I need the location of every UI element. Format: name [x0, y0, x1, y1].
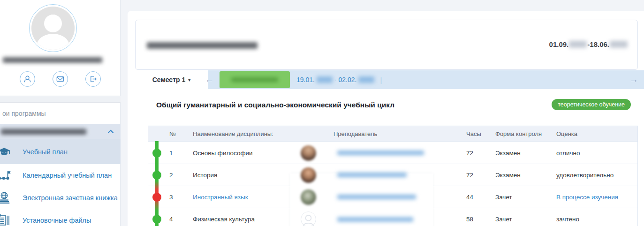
files-icon — [0, 213, 11, 226]
profile-name-redacted — [3, 57, 102, 63]
grade-value: отлично — [556, 150, 637, 157]
teacher-name-redacted[interactable] — [337, 195, 416, 199]
program-name-redacted — [1, 129, 86, 135]
status-dot-in-progress — [152, 193, 161, 202]
user-icon — [23, 75, 32, 83]
current-period-button[interactable] — [220, 71, 290, 88]
date-from-year-redacted — [569, 41, 587, 48]
gradebook-globe-icon — [0, 191, 11, 205]
semester-select-label: Семестр 1 — [152, 76, 186, 83]
col-header-grade: Оценка — [556, 130, 637, 137]
sidebar-item-label: Установочные файлы — [23, 217, 91, 224]
teacher-name-redacted[interactable] — [337, 173, 407, 177]
col-header-num: № — [165, 130, 188, 137]
teacher-avatar — [301, 189, 316, 205]
date-from-prefix: 01.09. — [549, 40, 569, 48]
date-to-prefix: -18.06. — [587, 40, 609, 48]
logout-button[interactable] — [85, 71, 101, 87]
teacher-avatar — [301, 167, 316, 183]
program-dates: 01.09. -18.06. — [549, 40, 628, 48]
sidebar-item-label: Календарный учебный план — [23, 172, 112, 179]
teacher-avatar — [301, 145, 316, 161]
disciplines-table: № Наименование дисциплины: Преподаватель… — [148, 126, 638, 226]
mail-icon — [56, 75, 65, 83]
discipline-name[interactable]: Иностранный язык — [188, 194, 301, 201]
row-num: 4 — [165, 216, 188, 223]
row-num: 1 — [165, 150, 188, 157]
sidebar-nav: Учебный план Календарный учебный план Эл… — [0, 139, 121, 226]
discipline-name[interactable]: История — [188, 172, 301, 179]
col-header-teacher: Преподаватель — [301, 130, 466, 137]
programs-section-label: ои программы — [2, 110, 46, 117]
profile-actions — [0, 71, 121, 87]
control-form: Зачет — [495, 216, 556, 223]
sidebar-item-label: Электронная зачетная книжка — [23, 194, 118, 202]
sidebar: ои программы Учебный план Календарный уч… — [0, 0, 121, 226]
sidebar-program-toggle[interactable] — [0, 124, 121, 139]
chevron-up-icon — [107, 129, 114, 134]
logout-icon — [89, 75, 98, 83]
sidebar-item-calendar-plan[interactable]: Календарный учебный план — [0, 164, 121, 187]
period-from: 19.01. — [296, 76, 315, 83]
program-header-card: 01.09. -18.06. — [135, 20, 638, 70]
messages-button[interactable] — [53, 71, 68, 87]
row-num: 2 — [165, 172, 188, 179]
graduation-cap-icon — [0, 145, 11, 159]
period-separator: | — [380, 76, 382, 84]
col-header-control: Форма контроля — [495, 130, 556, 137]
status-dot-done — [152, 215, 161, 224]
hours-value: 44 — [466, 194, 495, 201]
status-dot-done — [152, 171, 161, 180]
period-from-year-redacted — [317, 76, 333, 83]
hours-value: 72 — [466, 172, 495, 179]
table-header-row: № Наименование дисциплины: Преподаватель… — [148, 126, 637, 142]
sidebar-item-label: Учебный план — [23, 148, 68, 156]
col-header-discipline: Наименование дисциплины: — [188, 130, 301, 137]
period-button-label-redacted — [231, 77, 278, 82]
profile-button[interactable] — [20, 71, 35, 87]
teacher-name-redacted[interactable] — [337, 151, 424, 155]
grade-value: В процессе изучения — [556, 194, 637, 201]
grade-value: зачтено — [556, 216, 637, 223]
program-title-redacted — [147, 42, 258, 49]
cycle-title: Общий гуманитарный и социально-экономиче… — [156, 101, 394, 109]
table-row: 4 Физическая культура 58 Зачет зачтено — [148, 208, 637, 226]
sidebar-item-study-plan[interactable]: Учебный план — [0, 139, 121, 164]
semester-bar: Семестр 1 ▾ ← 19.01. - 02.02. | → — [128, 70, 644, 89]
sidebar-divider — [0, 96, 121, 103]
col-header-hours: Часы — [466, 130, 495, 137]
date-to-year-redacted — [610, 41, 628, 48]
period-to-year-redacted — [358, 76, 374, 83]
grade-value: удовлетворительно — [556, 172, 637, 179]
discipline-name[interactable]: Физическая культура — [188, 216, 301, 223]
table-body: 1 Основы философии 72 Экзамен отлично 2 … — [148, 142, 637, 226]
training-type-badge: теоретическое обучение — [552, 99, 631, 110]
chevron-down-icon: ▾ — [188, 77, 190, 83]
table-row: 2 История 72 Экзамен удовлетворительно — [148, 164, 637, 186]
route-flag-icon — [0, 168, 11, 182]
control-form: Экзамен — [495, 150, 556, 157]
hours-value: 58 — [466, 216, 495, 223]
control-form: Зачет — [495, 194, 556, 201]
discipline-name[interactable]: Основы философии — [188, 150, 301, 157]
prev-period-arrow[interactable]: ← — [205, 74, 214, 85]
hours-value: 72 — [466, 150, 495, 157]
cycle-section-head: Общий гуманитарный и социально-экономиче… — [128, 99, 644, 113]
sidebar-item-setup-files[interactable]: Установочные файлы — [0, 209, 121, 226]
avatar — [29, 4, 77, 52]
control-form: Экзамен — [495, 172, 556, 179]
status-dot-done — [152, 149, 161, 158]
row-num: 3 — [165, 194, 188, 201]
table-row: 1 Основы философии 72 Экзамен отлично — [148, 142, 637, 164]
teacher-name-redacted[interactable] — [337, 217, 413, 222]
avatar-placeholder — [31, 7, 75, 50]
table-row: 3 Иностранный язык 44 Зачет В процессе и… — [148, 186, 637, 208]
teacher-avatar-default — [301, 211, 316, 226]
main-content-card: 01.09. -18.06. Семестр 1 ▾ ← 19.01. - 02… — [128, 11, 644, 226]
semester-select[interactable]: Семестр 1 ▾ — [135, 70, 208, 89]
sidebar-item-gradebook[interactable]: Электронная зачетная книжка — [0, 187, 121, 209]
period-range: 19.01. - 02.02. | — [296, 70, 382, 89]
next-period-arrow[interactable]: → — [629, 74, 638, 85]
period-to: - 02.02. — [334, 76, 356, 83]
